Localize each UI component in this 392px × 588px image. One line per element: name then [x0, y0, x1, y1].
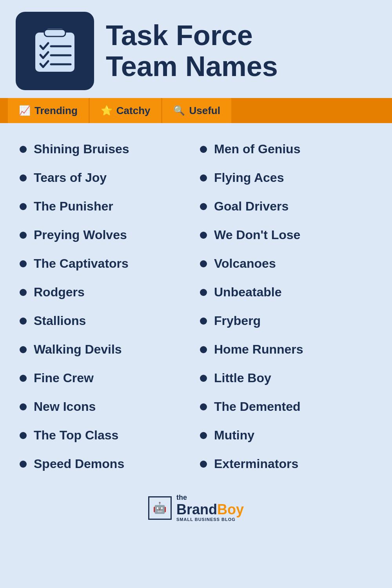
bullet-icon: [200, 403, 207, 410]
item-text: Walking Devils: [34, 342, 122, 357]
bullet-icon: [200, 432, 207, 439]
footer-sub-text: SMALL BUSINESS BLOG: [176, 517, 236, 522]
item-text: Volcanoes: [214, 256, 276, 271]
clipboard-icon: [29, 25, 80, 76]
item-text: The Punisher: [34, 199, 113, 214]
list-item: Rodgers: [16, 278, 196, 307]
list-item: New Icons: [16, 392, 196, 421]
list-item: Shining Bruises: [16, 135, 196, 163]
bullet-icon: [200, 461, 207, 468]
list-item: The Top Class: [16, 421, 196, 450]
catchy-icon: ⭐: [101, 105, 113, 116]
list-item: Little Boy: [196, 364, 376, 392]
list-item: Walking Devils: [16, 335, 196, 364]
list-item: Fryberg: [196, 307, 376, 335]
list-item: Preying Wolves: [16, 221, 196, 249]
bullet-icon: [20, 375, 27, 382]
item-text: Mutiny: [214, 428, 254, 443]
list-item: The Captivators: [16, 249, 196, 278]
footer-brandboy-text: BrandBoy: [176, 502, 244, 517]
list-item: Goal Drivers: [196, 192, 376, 221]
svg-rect-2: [44, 29, 65, 36]
list-item: We Don't Lose: [196, 221, 376, 249]
bullet-icon: [20, 232, 27, 239]
list-item: Mutiny: [196, 421, 376, 450]
page-title: Task Force Team Names: [106, 20, 278, 82]
bullet-icon: [20, 260, 27, 267]
item-text: Shining Bruises: [34, 142, 129, 156]
bullet-icon: [20, 346, 27, 353]
item-text: Little Boy: [214, 371, 271, 385]
bullet-icon: [200, 174, 207, 181]
list-item: Speed Demons: [16, 450, 196, 478]
bullet-icon: [200, 203, 207, 210]
item-text: Exterminators: [214, 457, 298, 471]
bullet-icon: [20, 203, 27, 210]
header-icon-box: [16, 12, 94, 90]
item-text: Fine Crew: [34, 371, 94, 385]
item-text: Unbeatable: [214, 285, 281, 299]
list-item: Flying Aces: [196, 163, 376, 192]
tab-useful[interactable]: 🔍 Useful: [162, 98, 232, 123]
trending-icon: 📈: [19, 105, 31, 116]
item-text: Home Runners: [214, 342, 303, 357]
item-text: Rodgers: [34, 285, 85, 299]
item-text: Fryberg: [214, 314, 261, 328]
item-text: New Icons: [34, 399, 96, 414]
item-text: The Top Class: [34, 428, 118, 443]
item-text: Men of Genius: [214, 142, 300, 156]
footer-brand: the BrandBoy SMALL BUSINESS BLOG: [176, 494, 244, 522]
item-text: Preying Wolves: [34, 228, 127, 242]
bullet-icon: [20, 461, 27, 468]
bullet-icon: [200, 346, 207, 353]
item-text: Flying Aces: [214, 171, 284, 185]
tab-trending[interactable]: 📈 Trending: [8, 98, 90, 123]
bullet-icon: [200, 375, 207, 382]
bullet-icon: [20, 318, 27, 325]
footer-the-text: the: [176, 494, 187, 502]
bullet-icon: [20, 174, 27, 181]
bullet-icon: [200, 146, 207, 153]
list-item: Home Runners: [196, 335, 376, 364]
left-column: Shining Bruises Tears of Joy The Punishe…: [16, 135, 196, 478]
useful-icon: 🔍: [173, 105, 185, 116]
bullet-icon: [20, 146, 27, 153]
tab-catchy-label: Catchy: [116, 105, 151, 117]
item-text: We Don't Lose: [214, 228, 300, 242]
list-item: The Demented: [196, 392, 376, 421]
item-text: The Demented: [214, 399, 300, 414]
right-column: Men of Genius Flying Aces Goal Drivers W…: [196, 135, 376, 478]
item-text: Goal Drivers: [214, 199, 289, 214]
tab-useful-label: Useful: [189, 105, 220, 117]
bullet-icon: [20, 403, 27, 410]
bullet-icon: [200, 232, 207, 239]
list-item: Volcanoes: [196, 249, 376, 278]
bullet-icon: [200, 289, 207, 296]
header: Task Force Team Names: [0, 0, 392, 98]
item-text: Speed Demons: [34, 457, 124, 471]
list-item: Fine Crew: [16, 364, 196, 392]
tab-bar-accent-left: [0, 98, 8, 123]
bullet-icon: [20, 289, 27, 296]
list-item: Exterminators: [196, 450, 376, 478]
item-text: The Captivators: [34, 256, 129, 271]
footer-logo-icon: 🤖: [148, 496, 172, 520]
bullet-icon: [200, 260, 207, 267]
bullet-icon: [200, 318, 207, 325]
list-item: Unbeatable: [196, 278, 376, 307]
tab-bar: 📈 Trending ⭐ Catchy 🔍 Useful: [0, 98, 392, 123]
item-text: Tears of Joy: [34, 171, 107, 185]
footer: 🤖 the BrandBoy SMALL BUSINESS BLOG: [148, 494, 244, 522]
tab-catchy[interactable]: ⭐ Catchy: [90, 98, 163, 123]
bullet-icon: [20, 432, 27, 439]
item-text: Stallions: [34, 314, 86, 328]
tab-trending-label: Trending: [34, 105, 78, 117]
list-item: The Punisher: [16, 192, 196, 221]
list-item: Tears of Joy: [16, 163, 196, 192]
list-item: Stallions: [16, 307, 196, 335]
tab-bar-accent-right: [232, 98, 392, 123]
content-grid: Shining Bruises Tears of Joy The Punishe…: [0, 123, 392, 486]
list-item: Men of Genius: [196, 135, 376, 163]
